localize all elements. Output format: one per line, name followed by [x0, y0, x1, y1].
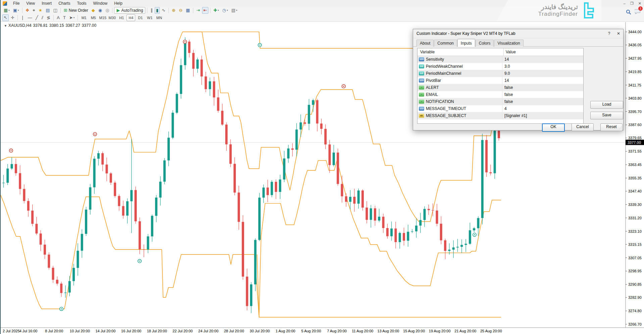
input-row-sensitivity[interactable]: 123Sensitivity14 [417, 56, 583, 63]
metaeditor-button[interactable]: ◆ [90, 7, 96, 14]
menu-tools[interactable]: Tools [74, 0, 90, 6]
timeframe-d1-button[interactable]: D1 [136, 14, 145, 21]
restore-button[interactable]: ❐ [630, 1, 634, 6]
text-button[interactable]: A [55, 14, 61, 21]
templates-button[interactable]: ▧▾ [230, 7, 239, 14]
vertical-line-button[interactable]: ❘ [19, 14, 26, 21]
value-cell[interactable]: 14 [502, 77, 583, 84]
chevron-down-icon[interactable]: ▾ [236, 9, 237, 12]
chat-icon[interactable]: 1 [635, 9, 641, 15]
ok-button[interactable]: OK [542, 123, 565, 132]
input-row-pivotbar[interactable]: 123PivotBar14 [417, 77, 583, 84]
data-window-button[interactable]: ⌖ [31, 7, 36, 14]
menu-view[interactable]: View [23, 0, 38, 6]
search-icon[interactable] [626, 9, 631, 15]
chart-symbol-header[interactable]: ▼XAUUSD,H43376.813380.153367.273377.00 [4, 23, 98, 28]
menu-help[interactable]: Help [111, 0, 126, 6]
horizontal-line-button[interactable]: ― [27, 14, 34, 21]
timeframe-m30-button[interactable]: M30 [108, 14, 116, 21]
strategy-tester-button[interactable]: ◫ [52, 7, 59, 14]
chart-bars-icon: ∥ [150, 7, 153, 13]
experts-button[interactable]: ◉ [97, 7, 103, 14]
menu-window[interactable]: Window [90, 0, 111, 6]
fibonacci-retracement-button[interactable]: ≶ [45, 14, 52, 21]
input-row-periodweakchannel[interactable]: 1/2PeriodWeakChannel3.0 [417, 63, 583, 70]
menu-charts[interactable]: Charts [55, 0, 73, 6]
crosshair-button[interactable]: ✛ [9, 14, 16, 21]
profiles-button[interactable]: ▣▾ [12, 7, 20, 14]
cursor-button[interactable]: ↖ [2, 14, 9, 21]
periods-button[interactable]: ◷▾ [221, 7, 229, 14]
input-row-message_subject[interactable]: abMESSAGE_SUBJECT[Signaler #1] [417, 112, 583, 119]
input-row-email[interactable]: ~EMAILfalse [417, 91, 583, 98]
tab-about[interactable]: About [416, 40, 434, 47]
value-cell[interactable]: 9.0 [502, 70, 583, 77]
timeframe-h4-button[interactable]: H4 [127, 14, 135, 21]
dialog-title-bar[interactable]: Custom Indicator - Super Kay Sniper V2 M… [413, 29, 623, 38]
timeframe-h1-button[interactable]: H1 [117, 14, 126, 21]
auto-scroll-button[interactable]: ⇥ [195, 7, 201, 14]
tab-visualization[interactable]: Visualization [494, 40, 523, 47]
dialog-close-button[interactable]: ✕ [614, 31, 623, 36]
input-row-alert[interactable]: ~ALERTfalse [417, 84, 583, 91]
save-button[interactable]: Save [590, 112, 623, 119]
zoom-out-button[interactable]: ⊖ [178, 7, 184, 14]
arrow-tools-button[interactable]: ➤▾ [68, 14, 76, 21]
candle [428, 209, 430, 210]
new-order-button[interactable]: ⊞New Order [62, 7, 90, 14]
market-watch-button[interactable]: ❖ [24, 7, 31, 14]
price-tick-label: 3427.95 [628, 56, 642, 60]
timeframe-w1-button[interactable]: W1 [145, 14, 154, 21]
timeframe-m15-button[interactable]: M15 [98, 14, 107, 21]
text-label-button[interactable]: T [62, 14, 67, 21]
dialog-help-button[interactable]: ? [604, 31, 614, 36]
cancel-button[interactable]: Cancel [572, 123, 594, 131]
value-cell[interactable]: 4 [502, 105, 583, 112]
value-cell[interactable]: false [502, 91, 583, 98]
sound-button[interactable]: ◎ [104, 7, 110, 14]
chevron-down-icon[interactable]: ▾ [8, 9, 10, 12]
menu-file[interactable]: File [10, 0, 23, 6]
chevron-down-icon[interactable]: ▾ [227, 9, 228, 12]
terminal-button[interactable]: ▤ [44, 7, 51, 14]
input-row-periodmainchannel[interactable]: 1/2PeriodMainChannel9.0 [417, 70, 583, 77]
variable-name: PeriodWeakChannel [426, 63, 463, 70]
navigator-button[interactable]: ★ [37, 7, 44, 14]
timeframe-m5-button[interactable]: M5 [89, 14, 98, 21]
chart-shift-button[interactable]: ⇤ [202, 7, 208, 14]
chart-candles-button[interactable]: ▮ [155, 7, 160, 14]
dialog-resize-grip[interactable]: ⋰ [619, 126, 623, 129]
tab-common[interactable]: Common [434, 40, 457, 47]
load-button[interactable]: Load [590, 101, 623, 109]
equidistant-channel-button[interactable]: ⫽ [40, 14, 45, 21]
indicators-button[interactable]: ✚▾ [212, 7, 220, 14]
close-button[interactable]: ✕ [638, 1, 641, 6]
time-tick-label: 28 Jul 20:00 [224, 329, 244, 333]
value-cell[interactable]: false [502, 98, 583, 105]
input-row-notification[interactable]: ~NOTIFICATIONfalse [417, 98, 583, 105]
timeframe-mn-button[interactable]: MN [155, 14, 163, 21]
autotrading-button[interactable]: ▶AutoTrading [114, 7, 145, 14]
chevron-down-icon[interactable]: ▾ [73, 16, 75, 19]
tile-windows-button[interactable]: ▦ [185, 7, 191, 14]
value-cell[interactable]: [Signaler #1] [502, 112, 583, 119]
chevron-down-icon[interactable]: ▾ [218, 9, 219, 12]
chart-collapse-icon[interactable]: ▼ [4, 24, 7, 27]
new-chart-button[interactable]: ▦▾ [2, 7, 11, 14]
chart-candles-icon: ▮ [156, 7, 158, 13]
value-cell[interactable]: 14 [502, 56, 583, 63]
chevron-down-icon[interactable]: ▾ [18, 9, 19, 12]
zoom-in-button[interactable]: ⊕ [170, 7, 177, 14]
minimize-button[interactable]: – [624, 1, 626, 6]
chart-line-button[interactable]: ∿ [160, 7, 167, 14]
tab-inputs[interactable]: Inputs [457, 39, 475, 47]
value-cell[interactable]: 3.0 [502, 63, 583, 70]
trendline-button[interactable]: ╱ [34, 14, 40, 21]
value-cell[interactable]: false [502, 84, 583, 91]
candle [498, 131, 500, 138]
input-row-message_timeout[interactable]: 123MESSAGE_TIMEOUT4 [417, 105, 583, 112]
tab-colors[interactable]: Colors [476, 40, 494, 47]
menu-insert[interactable]: Insert [38, 0, 55, 6]
chart-bars-button[interactable]: ∥ [149, 7, 154, 14]
timeframe-m1-button[interactable]: M1 [80, 14, 88, 21]
